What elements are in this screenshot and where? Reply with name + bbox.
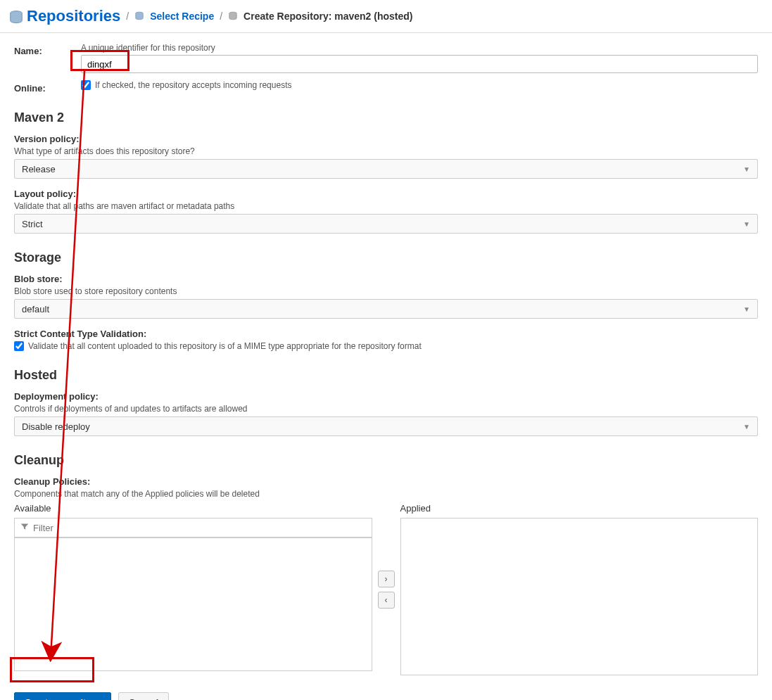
online-checkbox[interactable] <box>81 80 91 90</box>
version-policy-label: Version policy: <box>14 134 758 144</box>
database-icon <box>228 11 238 21</box>
deployment-policy-label: Deployment policy: <box>14 391 758 402</box>
move-right-button[interactable]: › <box>378 571 395 587</box>
deployment-policy-value: Disable redeploy <box>22 421 90 432</box>
blob-store-label: Blob store: <box>14 274 758 284</box>
version-policy-desc: What type of artifacts does this reposit… <box>14 146 758 156</box>
filter-input[interactable] <box>33 523 366 533</box>
available-label: Available <box>14 503 372 514</box>
online-desc: If checked, the repository accepts incom… <box>95 80 291 90</box>
name-desc: A unique identifier for this repository <box>81 43 758 53</box>
storage-section-title: Storage <box>14 250 758 265</box>
blob-store-desc: Blob store used to store repository cont… <box>14 286 758 296</box>
blob-store-value: default <box>22 304 49 314</box>
name-label: Name: <box>14 43 81 56</box>
chevron-down-icon: ▼ <box>743 165 750 173</box>
hosted-section-title: Hosted <box>14 368 758 383</box>
layout-policy-dropdown[interactable]: Strict ▼ <box>14 214 758 234</box>
database-icon <box>8 10 21 23</box>
available-listbox[interactable] <box>14 537 372 671</box>
breadcrumb-current: Create Repository: maven2 (hosted) <box>243 11 412 22</box>
applied-label: Applied <box>400 503 759 514</box>
online-label: Online: <box>14 80 81 94</box>
breadcrumb-separator: / <box>220 11 222 22</box>
blob-store-dropdown[interactable]: default ▼ <box>14 299 758 319</box>
layout-policy-desc: Validate that all paths are maven artifa… <box>14 201 758 211</box>
move-left-button[interactable]: ‹ <box>378 592 395 609</box>
breadcrumb-separator: / <box>126 11 129 22</box>
cleanup-policies-desc: Components that match any of the Applied… <box>14 489 758 499</box>
cancel-button[interactable]: Cancel <box>118 692 170 700</box>
version-policy-value: Release <box>22 164 56 174</box>
maven2-section-title: Maven 2 <box>14 110 758 125</box>
applied-listbox[interactable] <box>400 518 759 675</box>
filter-box[interactable] <box>14 518 372 537</box>
breadcrumb-repositories[interactable]: Repositories <box>27 7 120 25</box>
strict-validation-label: Strict Content Type Validation: <box>14 329 758 339</box>
layout-policy-label: Layout policy: <box>14 189 758 199</box>
chevron-down-icon: ▼ <box>743 220 750 228</box>
cleanup-section-title: Cleanup <box>14 453 758 468</box>
strict-validation-desc: Validate that all content uploaded to th… <box>28 341 422 351</box>
chevron-down-icon: ▼ <box>743 423 750 431</box>
cleanup-policies-label: Cleanup Policies: <box>14 476 758 487</box>
filter-icon <box>20 523 29 533</box>
database-icon <box>134 11 144 21</box>
chevron-down-icon: ▼ <box>743 305 750 313</box>
deployment-policy-desc: Controls if deployments of and updates t… <box>14 404 758 414</box>
chevron-right-icon: › <box>385 574 388 584</box>
breadcrumb: Repositories / Select Recipe / Create Re… <box>0 0 772 33</box>
breadcrumb-select-recipe[interactable]: Select Recipe <box>150 11 214 22</box>
create-repository-button[interactable]: Create repository <box>14 692 111 700</box>
deployment-policy-dropdown[interactable]: Disable redeploy ▼ <box>14 416 758 436</box>
layout-policy-value: Strict <box>22 219 43 229</box>
strict-validation-checkbox[interactable] <box>14 341 24 351</box>
version-policy-dropdown[interactable]: Release ▼ <box>14 159 758 179</box>
chevron-left-icon: ‹ <box>385 595 388 605</box>
name-input[interactable] <box>81 55 758 73</box>
